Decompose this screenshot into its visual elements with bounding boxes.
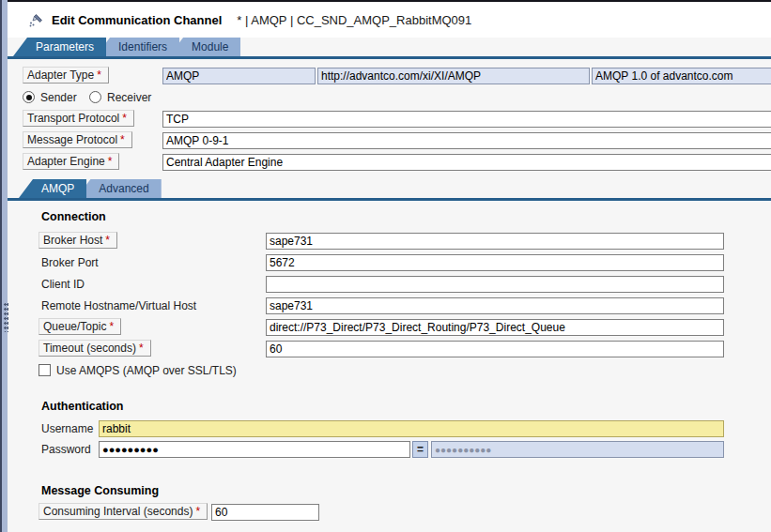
broker-port-field[interactable] (266, 254, 724, 271)
adapter-type-name-field[interactable] (162, 68, 316, 84)
sender-radio-label: Sender (40, 89, 77, 106)
receiver-radio-label: Receiver (107, 89, 151, 106)
tab-amqp[interactable]: AMQP (19, 179, 86, 198)
client-id-field[interactable] (266, 276, 724, 293)
use-amqps-checkbox[interactable] (39, 364, 51, 376)
broker-host-label[interactable]: Broker Host* (39, 232, 117, 249)
required-marker: * (105, 234, 110, 247)
password-equals-indicator: = (412, 441, 428, 458)
receiver-radio[interactable] (89, 91, 101, 103)
page-title: Edit Communication Channel (52, 13, 222, 27)
password-field[interactable] (99, 441, 410, 458)
header-bar: Edit Communication Channel * | AMQP | CC… (8, 2, 771, 38)
timeout-field[interactable] (266, 341, 724, 357)
message-protocol-field[interactable] (162, 132, 771, 149)
sender-radio[interactable] (23, 91, 35, 103)
required-marker: * (97, 68, 101, 82)
password-label: Password (41, 441, 91, 458)
username-field[interactable] (99, 420, 724, 437)
edit-communication-channel-window: Edit Communication Channel * | AMQP | CC… (0, 0, 771, 532)
tab-module[interactable]: Module (169, 38, 240, 56)
required-marker: * (108, 155, 113, 168)
message-protocol-label[interactable]: Message Protocol* (23, 131, 132, 148)
username-label: Username (41, 420, 93, 437)
edit-channel-icon (28, 12, 44, 28)
required-marker: * (122, 112, 127, 125)
required-marker: * (195, 505, 200, 518)
queue-topic-field[interactable] (266, 319, 724, 336)
consuming-interval-label[interactable]: Consuming Interval (seconds)* (39, 503, 208, 520)
adapter-engine-label[interactable]: Adapter Engine* (23, 153, 119, 170)
splitter-grip-icon[interactable] (4, 302, 8, 332)
main-tabstrip-underline (8, 56, 771, 59)
remote-host-field[interactable] (266, 297, 724, 314)
remote-host-label: Remote Hostname/Virtual Host (41, 297, 196, 314)
broker-port-label: Broker Port (41, 254, 99, 271)
message-consuming-heading: Message Consuming (41, 484, 159, 497)
transport-protocol-label[interactable]: Transport Protocol* (23, 110, 134, 127)
timeout-label[interactable]: Timeout (seconds)* (39, 340, 151, 357)
main-tabstrip: Parameters Identifiers Module (13, 38, 230, 56)
adapter-engine-field[interactable] (162, 154, 771, 171)
adapter-tabstrip: AMQP Advanced (19, 179, 151, 198)
adapter-type-label[interactable]: Adapter Type* (23, 67, 109, 84)
connection-heading: Connection (41, 210, 106, 223)
channel-identifier: * | AMQP | CC_SND_AMQP_RabbitMQ091 (237, 13, 471, 27)
tab-advanced[interactable]: Advanced (76, 179, 161, 198)
left-splitter[interactable] (0, 0, 8, 532)
tab-identifiers[interactable]: Identifiers (96, 38, 179, 56)
adapter-type-namespace-field[interactable] (317, 68, 590, 84)
authentication-heading: Authentication (41, 400, 124, 413)
adapter-tabstrip-underline (8, 198, 771, 201)
use-amqps-label: Use AMQPS (AMQP over SSL/TLS) (56, 362, 237, 379)
client-id-label: Client ID (41, 276, 85, 293)
required-marker: * (120, 133, 125, 146)
tab-parameters[interactable]: Parameters (13, 38, 106, 56)
queue-topic-label[interactable]: Queue/Topic* (39, 318, 121, 335)
password-confirm-field[interactable] (431, 441, 724, 458)
consuming-interval-field[interactable] (211, 504, 319, 521)
transport-protocol-field[interactable] (162, 111, 771, 128)
adapter-type-version-field[interactable] (592, 68, 771, 84)
broker-host-field[interactable] (266, 233, 724, 250)
required-marker: * (109, 320, 114, 333)
required-marker: * (139, 342, 144, 355)
